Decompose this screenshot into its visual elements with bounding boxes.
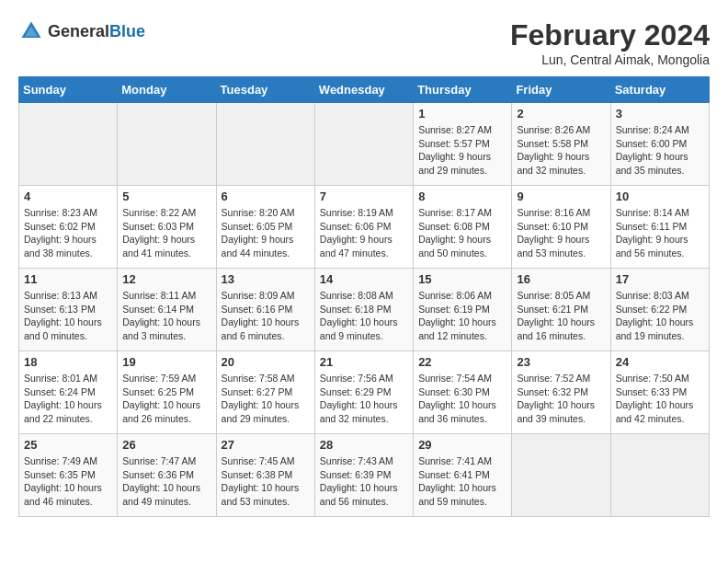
calendar-cell: 18Sunrise: 8:01 AM Sunset: 6:24 PM Dayli… bbox=[19, 351, 118, 434]
day-number: 27 bbox=[222, 438, 310, 452]
day-info: Sunrise: 7:50 AM Sunset: 6:33 PM Dayligh… bbox=[616, 372, 704, 426]
calendar-cell: 26Sunrise: 7:47 AM Sunset: 6:36 PM Dayli… bbox=[118, 434, 216, 517]
day-info: Sunrise: 7:59 AM Sunset: 6:25 PM Dayligh… bbox=[122, 372, 210, 426]
logo-icon bbox=[18, 18, 44, 44]
day-number: 13 bbox=[222, 272, 310, 286]
day-info: Sunrise: 8:09 AM Sunset: 6:16 PM Dayligh… bbox=[222, 289, 310, 343]
day-info: Sunrise: 8:01 AM Sunset: 6:24 PM Dayligh… bbox=[24, 372, 112, 426]
calendar-cell bbox=[19, 103, 118, 186]
week-row-2: 4Sunrise: 8:23 AM Sunset: 6:02 PM Daylig… bbox=[19, 186, 710, 269]
calendar-cell: 13Sunrise: 8:09 AM Sunset: 6:16 PM Dayli… bbox=[216, 269, 314, 351]
day-info: Sunrise: 8:14 AM Sunset: 6:11 PM Dayligh… bbox=[616, 206, 704, 260]
day-info: Sunrise: 8:19 AM Sunset: 6:06 PM Dayligh… bbox=[320, 206, 408, 260]
day-number: 23 bbox=[517, 355, 605, 369]
calendar-cell: 24Sunrise: 7:50 AM Sunset: 6:33 PM Dayli… bbox=[610, 351, 709, 434]
day-info: Sunrise: 8:24 AM Sunset: 6:00 PM Dayligh… bbox=[616, 123, 704, 178]
day-info: Sunrise: 8:17 AM Sunset: 6:08 PM Dayligh… bbox=[418, 206, 506, 260]
calendar-cell: 20Sunrise: 7:58 AM Sunset: 6:27 PM Dayli… bbox=[216, 351, 314, 434]
calendar-cell: 23Sunrise: 7:52 AM Sunset: 6:32 PM Dayli… bbox=[512, 351, 610, 434]
calendar-cell bbox=[118, 103, 216, 186]
day-info: Sunrise: 7:54 AM Sunset: 6:30 PM Dayligh… bbox=[418, 372, 506, 426]
calendar-cell: 1Sunrise: 8:27 AM Sunset: 5:57 PM Daylig… bbox=[414, 103, 512, 186]
day-number: 17 bbox=[616, 272, 704, 286]
day-info: Sunrise: 8:11 AM Sunset: 6:14 PM Dayligh… bbox=[122, 289, 210, 343]
day-number: 26 bbox=[122, 438, 210, 452]
day-info: Sunrise: 8:06 AM Sunset: 6:19 PM Dayligh… bbox=[418, 289, 506, 343]
day-number: 21 bbox=[320, 355, 408, 369]
day-info: Sunrise: 7:56 AM Sunset: 6:29 PM Dayligh… bbox=[320, 372, 408, 426]
calendar-cell: 27Sunrise: 7:45 AM Sunset: 6:38 PM Dayli… bbox=[216, 434, 314, 517]
header-day-tuesday: Tuesday bbox=[216, 77, 314, 103]
header-day-monday: Monday bbox=[118, 77, 216, 103]
calendar-cell: 25Sunrise: 7:49 AM Sunset: 6:35 PM Dayli… bbox=[19, 434, 118, 517]
day-number: 18 bbox=[24, 355, 112, 369]
header-day-wednesday: Wednesday bbox=[314, 77, 413, 103]
week-row-1: 1Sunrise: 8:27 AM Sunset: 5:57 PM Daylig… bbox=[19, 103, 710, 186]
day-info: Sunrise: 7:41 AM Sunset: 6:41 PM Dayligh… bbox=[418, 454, 506, 509]
day-number: 16 bbox=[517, 272, 605, 286]
day-number: 22 bbox=[418, 355, 506, 369]
day-number: 14 bbox=[320, 272, 408, 286]
day-info: Sunrise: 8:05 AM Sunset: 6:21 PM Dayligh… bbox=[517, 289, 605, 343]
header-day-friday: Friday bbox=[512, 77, 610, 103]
page-header: GeneralBlue February 2024 Lun, Central A… bbox=[18, 18, 710, 67]
day-info: Sunrise: 8:27 AM Sunset: 5:57 PM Dayligh… bbox=[418, 123, 506, 178]
calendar-cell: 11Sunrise: 8:13 AM Sunset: 6:13 PM Dayli… bbox=[19, 269, 118, 351]
day-info: Sunrise: 7:43 AM Sunset: 6:39 PM Dayligh… bbox=[320, 454, 408, 509]
calendar-cell bbox=[216, 103, 314, 186]
day-info: Sunrise: 7:52 AM Sunset: 6:32 PM Dayligh… bbox=[517, 372, 605, 426]
header-day-thursday: Thursday bbox=[414, 77, 512, 103]
calendar-cell: 12Sunrise: 8:11 AM Sunset: 6:14 PM Dayli… bbox=[118, 269, 216, 351]
day-number: 6 bbox=[222, 190, 310, 203]
calendar-cell: 10Sunrise: 8:14 AM Sunset: 6:11 PM Dayli… bbox=[610, 186, 709, 269]
week-row-4: 18Sunrise: 8:01 AM Sunset: 6:24 PM Dayli… bbox=[19, 351, 710, 434]
calendar-cell: 15Sunrise: 8:06 AM Sunset: 6:19 PM Dayli… bbox=[414, 269, 512, 351]
calendar-cell: 28Sunrise: 7:43 AM Sunset: 6:39 PM Dayli… bbox=[314, 434, 413, 517]
logo: GeneralBlue bbox=[18, 18, 145, 44]
calendar-cell: 6Sunrise: 8:20 AM Sunset: 6:05 PM Daylig… bbox=[216, 186, 314, 269]
calendar-cell: 2Sunrise: 8:26 AM Sunset: 5:58 PM Daylig… bbox=[512, 103, 610, 186]
location-subtitle: Lun, Central Aimak, Mongolia bbox=[510, 52, 710, 67]
day-number: 8 bbox=[418, 190, 506, 203]
calendar-cell: 8Sunrise: 8:17 AM Sunset: 6:08 PM Daylig… bbox=[414, 186, 512, 269]
calendar-cell: 16Sunrise: 8:05 AM Sunset: 6:21 PM Dayli… bbox=[512, 269, 610, 351]
calendar-cell: 9Sunrise: 8:16 AM Sunset: 6:10 PM Daylig… bbox=[512, 186, 610, 269]
calendar-cell: 14Sunrise: 8:08 AM Sunset: 6:18 PM Dayli… bbox=[314, 269, 413, 351]
calendar-cell: 19Sunrise: 7:59 AM Sunset: 6:25 PM Dayli… bbox=[118, 351, 216, 434]
logo-blue-text: Blue bbox=[109, 22, 145, 40]
day-number: 29 bbox=[418, 438, 506, 452]
day-number: 25 bbox=[24, 438, 112, 452]
header-day-sunday: Sunday bbox=[19, 77, 118, 103]
day-info: Sunrise: 8:20 AM Sunset: 6:05 PM Dayligh… bbox=[222, 206, 310, 260]
day-info: Sunrise: 7:47 AM Sunset: 6:36 PM Dayligh… bbox=[122, 454, 210, 509]
day-number: 19 bbox=[122, 355, 210, 369]
day-number: 24 bbox=[616, 355, 704, 369]
day-number: 12 bbox=[122, 272, 210, 286]
calendar-cell: 17Sunrise: 8:03 AM Sunset: 6:22 PM Dayli… bbox=[610, 269, 709, 351]
day-info: Sunrise: 8:03 AM Sunset: 6:22 PM Dayligh… bbox=[616, 289, 704, 343]
calendar-cell: 29Sunrise: 7:41 AM Sunset: 6:41 PM Dayli… bbox=[414, 434, 512, 517]
calendar-cell bbox=[610, 434, 709, 517]
title-block: February 2024 Lun, Central Aimak, Mongol… bbox=[510, 18, 710, 67]
day-number: 11 bbox=[24, 272, 112, 286]
calendar-table: SundayMondayTuesdayWednesdayThursdayFrid… bbox=[18, 76, 710, 517]
day-number: 9 bbox=[517, 190, 605, 203]
day-info: Sunrise: 7:58 AM Sunset: 6:27 PM Dayligh… bbox=[222, 372, 310, 426]
calendar-header: SundayMondayTuesdayWednesdayThursdayFrid… bbox=[19, 77, 710, 103]
day-info: Sunrise: 8:23 AM Sunset: 6:02 PM Dayligh… bbox=[24, 206, 112, 260]
calendar-cell bbox=[512, 434, 610, 517]
day-info: Sunrise: 8:08 AM Sunset: 6:18 PM Dayligh… bbox=[320, 289, 408, 343]
day-number: 1 bbox=[418, 107, 506, 121]
day-number: 28 bbox=[320, 438, 408, 452]
header-day-saturday: Saturday bbox=[610, 77, 709, 103]
month-year-title: February 2024 bbox=[510, 18, 710, 52]
calendar-cell: 5Sunrise: 8:22 AM Sunset: 6:03 PM Daylig… bbox=[118, 186, 216, 269]
day-number: 5 bbox=[122, 190, 210, 203]
week-row-5: 25Sunrise: 7:49 AM Sunset: 6:35 PM Dayli… bbox=[19, 434, 710, 517]
day-info: Sunrise: 8:26 AM Sunset: 5:58 PM Dayligh… bbox=[517, 123, 605, 178]
day-number: 10 bbox=[616, 190, 704, 203]
calendar-cell: 22Sunrise: 7:54 AM Sunset: 6:30 PM Dayli… bbox=[414, 351, 512, 434]
day-number: 15 bbox=[418, 272, 506, 286]
calendar-cell bbox=[314, 103, 413, 186]
day-number: 4 bbox=[24, 190, 112, 203]
